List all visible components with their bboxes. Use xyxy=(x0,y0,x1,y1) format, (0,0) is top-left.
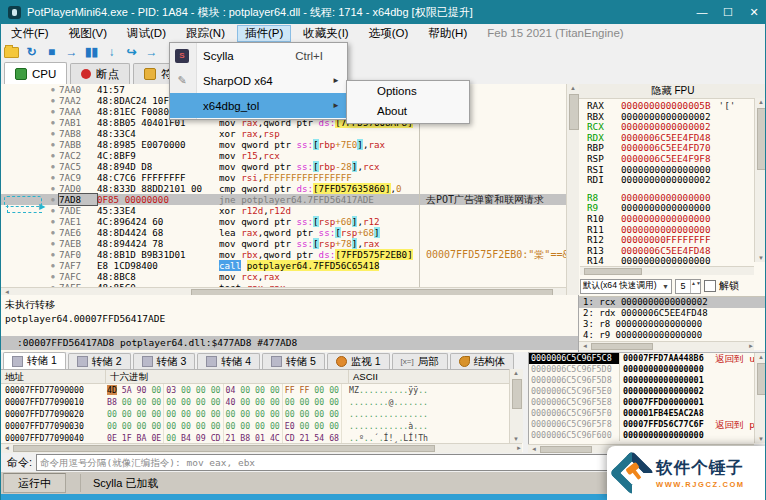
plugin-menu-item-scylla[interactable]: SScyllaCtrl+I xyxy=(170,43,347,68)
disasm-row[interactable]: ●7AE14C:896424 60mov qword ptr ss:[rsp+6… xyxy=(1,216,578,227)
submenu-item-options[interactable]: Options xyxy=(347,81,469,101)
menu-item-2[interactable]: 视图(V) xyxy=(61,25,115,42)
menu-item-8[interactable]: 帮助(H) xyxy=(420,25,475,42)
disasm-row[interactable]: ●7AD048:833D 88DD2101 00cmp qword ptr ds… xyxy=(1,183,578,194)
breakpoint-dot[interactable]: ● xyxy=(47,205,59,216)
disasm-vertical-scrollbar[interactable]: ▲ xyxy=(566,84,580,295)
step-into-icon[interactable]: ↓ xyxy=(102,44,121,61)
dump-row[interactable]: 00007FFD7709003000 00 00 0000 00 00 0000… xyxy=(1,420,523,432)
submenu-item-about[interactable]: About xyxy=(347,101,469,121)
breakpoint-dot[interactable]: ● xyxy=(47,194,59,205)
breakpoint-dot[interactable]: ● xyxy=(47,161,59,172)
stack-row[interactable]: 0000006C5C96F5C800007FFD7AA448B6返回到 use xyxy=(529,353,766,364)
stack-row[interactable]: 0000006C5C96F5E800007FFD00000001 xyxy=(529,397,766,408)
disasm-row[interactable]: ●7AC548:894D D8mov qword ptr ss:[rbp-28]… xyxy=(1,161,578,172)
breakpoint-dot[interactable]: ● xyxy=(47,172,59,183)
disasm-row[interactable]: ●7AEB48:894424 78mov qword ptr ss:[rsp+7… xyxy=(1,238,578,249)
disasm-row[interactable]: ●7ABB48:8985 E0070000mov qword ptr ss:[r… xyxy=(1,139,578,150)
run-icon[interactable]: → xyxy=(62,44,81,61)
open-file-icon[interactable] xyxy=(2,44,21,61)
menu-item-5[interactable]: 插件(P) xyxy=(237,25,291,42)
spinner-arrows-icon[interactable]: ▲▼ xyxy=(690,280,700,293)
dump-tab-转储2[interactable]: 转储 2 xyxy=(68,353,131,369)
register-row[interactable]: RDI0000000000000002 xyxy=(587,175,735,186)
dump-header-address[interactable]: 地址 xyxy=(1,370,106,383)
dump-tab-转储1[interactable]: 转储 1 xyxy=(3,352,66,369)
breakpoint-dot[interactable]: ● xyxy=(47,216,59,227)
stack-row[interactable]: 0000006C5C96F5E00000000000000002 xyxy=(529,386,766,397)
stack-row[interactable]: 0000006C5C96F5F0000001FB4E5AC2A8 xyxy=(529,408,766,419)
restart-icon[interactable]: ↻ xyxy=(22,44,41,61)
argument-row[interactable]: 3: r8 0000000000000000 xyxy=(579,319,766,330)
dump-horizontal-scrollbar[interactable]: ◄ ► xyxy=(1,443,522,453)
register-row[interactable]: R100000000000000000 xyxy=(587,214,735,225)
dump-row[interactable]: 00007FFD77090010B8 00 00 0000 00 00 0040… xyxy=(1,396,523,408)
breakpoint-dot[interactable]: ● xyxy=(47,150,59,161)
argument-row[interactable]: 2: rdx 0000006C5EE4FD48 xyxy=(579,308,766,319)
disasm-row[interactable]: ●7ADE45:33E4xor r12d,r12d xyxy=(1,205,578,216)
tab-断点[interactable]: 断点 xyxy=(70,63,130,84)
stop-icon[interactable]: ■ xyxy=(42,44,61,61)
disasm-row[interactable]: ●7AD80F85 00000000jne potplayer64.7FFD56… xyxy=(1,194,578,205)
argument-row[interactable]: 4: r9 0000000000000000 xyxy=(579,330,766,341)
breakpoint-dot[interactable]: ● xyxy=(47,95,59,106)
dump-tab-局部[interactable]: [x=]局部 xyxy=(392,353,448,369)
plugin-menu-item-x64dbg_tol[interactable]: x64dbg_tol► xyxy=(170,93,347,118)
minimize-button[interactable]: — xyxy=(689,0,715,24)
disasm-row[interactable]: ●7AC948:C7C6 FFFFFFFFmov rsi,FFFFFFFFFFF… xyxy=(1,172,578,183)
calling-convention-select[interactable]: 默认(x64 快速调用) ▼ xyxy=(580,279,672,294)
breakpoint-dot[interactable]: ● xyxy=(47,106,59,117)
stack-vertical-scrollbar[interactable]: ▲ ▼ xyxy=(754,353,766,443)
registers-horizontal-scrollbar[interactable] xyxy=(580,266,754,275)
dump-tab-转储3[interactable]: 转储 3 xyxy=(133,353,196,369)
breakpoint-dot[interactable]: ● xyxy=(47,117,59,128)
menu-item-7[interactable]: 选项(O) xyxy=(361,25,417,42)
pause-icon[interactable]: ▮▮ xyxy=(82,44,101,61)
dump-row[interactable]: 00007FFD7709002000 00 00 0000 00 00 0000… xyxy=(1,408,523,420)
breakpoint-dot[interactable]: ● xyxy=(47,238,59,249)
disasm-row[interactable]: ●7AFC48:8BC8mov rcx,rax xyxy=(1,271,578,282)
plugin-menu-item-sharpod-x64[interactable]: ✎SharpOD x64► xyxy=(170,68,347,93)
dump-vertical-scrollbar[interactable]: ▲ ▼ xyxy=(509,369,523,443)
dump-tab-监视1[interactable]: 监视 1 xyxy=(327,353,390,369)
breakpoint-dot[interactable]: ● xyxy=(47,271,59,282)
register-row[interactable]: RAX000000000000005B'[' xyxy=(587,101,735,112)
dump-header-ascii[interactable]: ASCII xyxy=(349,370,523,383)
breakpoint-dot[interactable]: ● xyxy=(47,227,59,238)
stack-row[interactable]: 0000006C5C96F5F800007FFD56C77C6F返回到 pot xyxy=(529,419,766,430)
menu-item-4[interactable]: 跟踪(N) xyxy=(178,25,233,42)
stack-row[interactable]: 0000006C5C96F6000000000000000000 xyxy=(529,430,766,441)
breakpoint-dot[interactable]: ● xyxy=(47,260,59,271)
title-bar[interactable]: PotPlayerMini64.exe - PID: 1A84 - 模块 : p… xyxy=(1,0,766,24)
unlock-checkbox[interactable] xyxy=(704,280,716,292)
stack-row[interactable]: 0000006C5C96F5D80000000000000001 xyxy=(529,375,766,386)
menu-item-1[interactable]: 文件(F) xyxy=(3,25,57,42)
maximize-button[interactable]: ☐ xyxy=(715,0,741,24)
register-row[interactable]: RSP0000006C5EE4F9F8 xyxy=(587,154,735,165)
breakpoint-dot[interactable]: ● xyxy=(47,183,59,194)
disasm-row[interactable]: ●7AF048:8B1D B9B31D01mov rbx,qword ptr d… xyxy=(1,249,578,260)
dump-tab-转储4[interactable]: 转储 4 xyxy=(197,353,260,369)
dump-tab-结构体[interactable]: 结构体 xyxy=(450,353,515,369)
menu-item-3[interactable]: 调试(D) xyxy=(119,25,174,42)
run-to-user-icon[interactable]: → xyxy=(142,44,161,61)
hide-fpu-button[interactable]: 隐藏 FPU xyxy=(579,84,766,99)
argument-count-stepper[interactable]: 5 ▲▼ xyxy=(675,279,701,294)
dump-header-hex[interactable]: 十六进制 xyxy=(106,370,349,383)
dump-row[interactable]: 00007FFD770900004D 5A 90 0003 00 00 0004… xyxy=(1,384,523,396)
tab-cpu[interactable]: CPU xyxy=(4,62,67,84)
disasm-row[interactable]: ●7AE648:8D4424 68lea rax,qword ptr ss:[r… xyxy=(1,227,578,238)
breakpoint-dot[interactable]: ● xyxy=(47,128,59,139)
step-over-icon[interactable]: ↪ xyxy=(122,44,141,61)
close-button[interactable]: ✕ xyxy=(741,0,766,24)
arguments-horizontal-scrollbar[interactable]: ◄ ► xyxy=(579,341,754,351)
breakpoint-dot[interactable]: ● xyxy=(47,249,59,260)
stack-row[interactable]: 0000006C5C96F5D00000000000000000 xyxy=(529,364,766,375)
registers-vertical-scrollbar[interactable]: ▲ ▼ xyxy=(754,98,766,262)
breakpoint-dot[interactable]: ● xyxy=(47,84,59,95)
dump-tab-转储5[interactable]: 转储 5 xyxy=(262,353,325,369)
menu-item-6[interactable]: 收藏夹(I) xyxy=(295,25,356,42)
disasm-row[interactable]: ●7AB848:33C4xor rax,rsp xyxy=(1,128,578,139)
disasm-row[interactable]: ●7AC24C:8BF9mov r15,rcx xyxy=(1,150,578,161)
breakpoint-dot[interactable]: ● xyxy=(47,139,59,150)
